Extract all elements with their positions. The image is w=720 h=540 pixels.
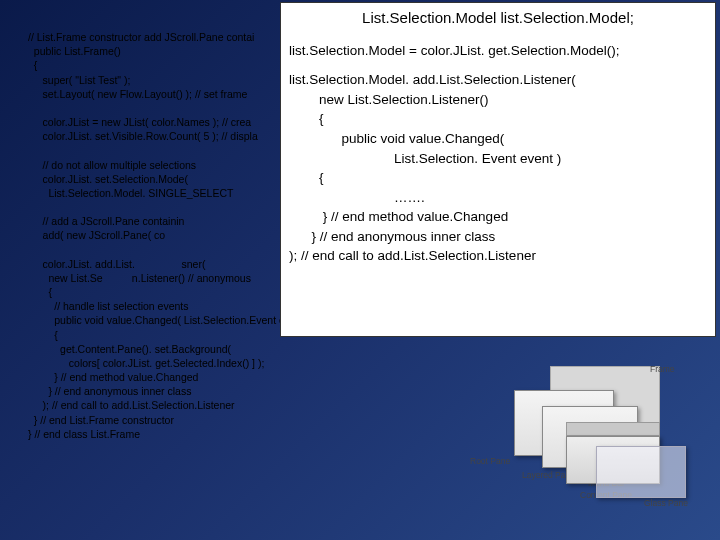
- background-code: // List.Frame constructor add JScroll.Pa…: [28, 30, 311, 441]
- code-line: {: [289, 109, 707, 129]
- code-line: ); // end call to add.List.Selection.Lis…: [289, 246, 707, 266]
- pane-diagram: Frame Root Pane Layered Pane Menu Bar Co…: [470, 366, 690, 516]
- glass-pane: [596, 446, 686, 498]
- code-line: {: [289, 168, 707, 188]
- code-line: public void value.Changed(: [289, 129, 707, 149]
- code-line: …….: [289, 188, 707, 208]
- code-overlay: List.Selection.Model list.Selection.Mode…: [280, 2, 716, 337]
- glass-label: Glass Pane: [644, 498, 688, 508]
- code-line: new List.Selection.Listener(): [289, 90, 707, 110]
- code-line: } // end anonymous inner class: [289, 227, 707, 247]
- frame-label: Frame: [650, 364, 675, 374]
- root-label: Root Pane: [470, 456, 510, 466]
- overlay-title: List.Selection.Model list.Selection.Mode…: [289, 7, 707, 29]
- code-line: } // end method value.Changed: [289, 207, 707, 227]
- menubar-pane: [566, 422, 660, 436]
- code-line: list.Selection.Model = color.JList. get.…: [289, 41, 707, 61]
- code-line: List.Selection. Event event ): [289, 149, 707, 169]
- code-line: list.Selection.Model. add.List.Selection…: [289, 70, 707, 90]
